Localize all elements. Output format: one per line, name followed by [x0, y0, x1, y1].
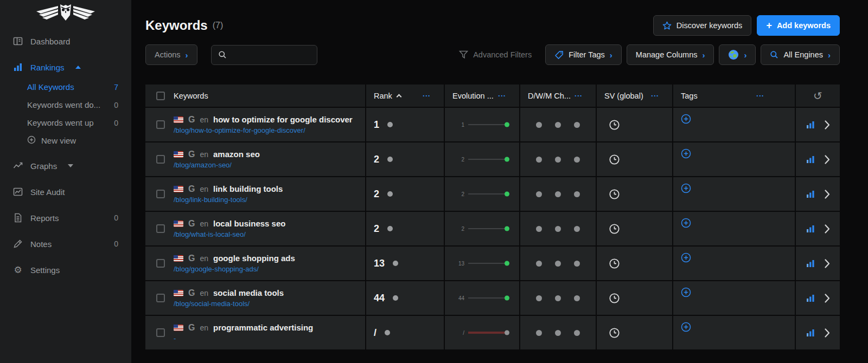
evolution-cell[interactable]: 2 [444, 142, 519, 176]
row-expand-chevron-icon[interactable] [825, 155, 830, 164]
rank-dot-icon [387, 191, 393, 197]
row-expand-chevron-icon[interactable] [825, 224, 830, 234]
table-row[interactable]: G en amazon seo /blog/amazon-seo/ 2 2 [145, 142, 840, 176]
evolution-cell[interactable]: 2 [444, 212, 519, 245]
row-checkbox[interactable] [156, 259, 165, 268]
column-menu-icon[interactable]: ••• [575, 93, 583, 98]
table-row[interactable]: G en google shopping ads /blog/google-sh… [145, 247, 840, 280]
sidebar-item-keywords-went-down[interactable]: Keywords went do... 0 [0, 96, 131, 114]
sidebar-item-graphs[interactable]: Graphs [0, 156, 131, 176]
search-box[interactable] [211, 45, 317, 65]
search-input[interactable] [232, 50, 310, 59]
actions-button[interactable]: Actions › [145, 44, 197, 65]
evolution-cell[interactable]: / [444, 316, 519, 349]
location-selector-button[interactable]: › [719, 44, 756, 65]
column-header-evolution[interactable]: Evolution ... ••• [444, 85, 519, 107]
row-expand-chevron-icon[interactable] [825, 190, 830, 199]
keyword-chart-icon[interactable] [806, 120, 815, 129]
manage-columns-button[interactable]: Manage Columns › [627, 44, 714, 65]
all-engines-button[interactable]: All Engines › [761, 44, 840, 65]
add-tag-icon[interactable] [681, 287, 691, 297]
row-checkbox[interactable] [156, 328, 165, 337]
evolution-cell[interactable]: 44 [444, 281, 519, 315]
discover-keywords-button[interactable]: Discover keywords [653, 15, 752, 36]
add-tag-icon[interactable] [681, 114, 691, 124]
keyword-chart-icon[interactable] [806, 294, 815, 302]
sidebar-item-notes[interactable]: Notes 0 [0, 234, 131, 254]
select-all-checkbox[interactable] [156, 92, 165, 100]
table-row[interactable]: G en link building tools /blog/link-buil… [145, 177, 840, 211]
row-checkbox[interactable] [156, 224, 165, 233]
filter-tags-button[interactable]: Filter Tags › [545, 44, 622, 65]
add-tag-icon[interactable] [681, 148, 691, 159]
sidebar-item-settings[interactable]: ⚙ Settings [0, 260, 131, 280]
evolution-cell[interactable]: 2 [444, 177, 519, 211]
column-header-tags[interactable]: Tags ••• [672, 85, 795, 107]
row-checkbox[interactable] [156, 294, 165, 302]
sidebar-item-rankings[interactable]: Rankings [0, 57, 131, 77]
keyword-label[interactable]: how to optimize for google discover [213, 115, 353, 124]
column-menu-icon[interactable]: ••• [757, 93, 764, 98]
table-row[interactable]: G en programmatic advertising - / / [145, 316, 840, 349]
column-header-rank[interactable]: Rank ••• [365, 85, 444, 107]
keyword-url-link[interactable]: /blog/how-to-optimize-for-google-discove… [174, 126, 353, 134]
column-header-sv-global[interactable]: SV (global) ••• [596, 85, 672, 107]
evolution-cell[interactable]: 1 [444, 108, 519, 141]
column-menu-icon[interactable]: ••• [652, 93, 659, 98]
rank-cell: 2 [365, 177, 444, 211]
keyword-label[interactable]: local business seo [213, 219, 285, 228]
add-tag-icon[interactable] [681, 252, 691, 263]
advanced-filters-button[interactable]: Advanced Filters [459, 50, 532, 59]
row-expand-chevron-icon[interactable] [825, 120, 830, 129]
keyword-url-link[interactable]: /blog/what-is-local-seo/ [174, 230, 285, 238]
add-tag-icon[interactable] [681, 218, 691, 228]
keyword-chart-icon[interactable] [806, 155, 815, 164]
keyword-label[interactable]: google shopping ads [213, 254, 295, 263]
refresh-history-icon[interactable]: ↺ [813, 89, 822, 102]
row-checkbox[interactable] [156, 155, 165, 164]
keyword-url-link[interactable]: /blog/link-building-tools/ [174, 196, 283, 204]
keyword-label[interactable]: social media tools [213, 288, 284, 297]
add-tag-icon[interactable] [681, 183, 691, 193]
globe-icon [728, 49, 739, 60]
sparkline-track [468, 193, 508, 195]
keyword-url-link[interactable]: /blog/social-media-tools/ [174, 300, 284, 308]
table-row[interactable]: G en social media tools /blog/social-med… [145, 281, 840, 315]
keyword-label[interactable]: amazon seo [213, 150, 260, 159]
keyword-chart-icon[interactable] [806, 328, 815, 337]
app-logo[interactable] [0, 0, 131, 31]
row-expand-chevron-icon[interactable] [825, 328, 830, 338]
column-menu-icon[interactable]: ••• [499, 93, 506, 98]
sidebar-item-keywords-went-up[interactable]: Keywords went up 0 [0, 114, 131, 132]
table-row[interactable]: G en how to optimize for google discover… [145, 108, 840, 141]
keyword-label[interactable]: link building tools [213, 184, 283, 193]
column-header-refresh[interactable]: ↺ [795, 85, 840, 107]
keyword-url-link[interactable]: /blog/google-shopping-ads/ [174, 265, 295, 273]
row-expand-chevron-icon[interactable] [825, 294, 830, 303]
row-checkbox[interactable] [156, 190, 165, 198]
column-header-dwm-change[interactable]: D/W/M Ch... ••• [519, 85, 596, 107]
column-menu-icon[interactable]: ••• [423, 93, 431, 98]
sidebar-item-new-view[interactable]: New view [0, 132, 131, 150]
sidebar-item-reports[interactable]: Reports 0 [0, 208, 131, 228]
keyword-chart-icon[interactable] [806, 190, 815, 198]
column-header-keywords[interactable]: Keywords [145, 85, 365, 107]
row-actions-cell [795, 212, 840, 245]
sidebar-item-dashboard[interactable]: Dashboard [0, 31, 131, 51]
keyword-url-link[interactable]: - [174, 334, 313, 342]
row-checkbox[interactable] [156, 120, 165, 129]
sidebar-item-all-keywords[interactable]: All Keywords 7 [0, 78, 131, 96]
google-engine-icon: G [188, 115, 195, 124]
keyword-url-link[interactable]: /blog/amazon-seo/ [174, 161, 260, 169]
add-tag-icon[interactable] [681, 322, 691, 332]
keyword-chart-icon[interactable] [806, 224, 815, 233]
dwm-change-cell [519, 316, 596, 349]
evolution-cell[interactable]: 13 [444, 247, 519, 280]
tags-cell [672, 108, 795, 141]
keyword-label[interactable]: programmatic advertising [213, 323, 313, 332]
keyword-chart-icon[interactable] [806, 259, 815, 268]
row-expand-chevron-icon[interactable] [825, 259, 830, 268]
table-row[interactable]: G en local business seo /blog/what-is-lo… [145, 212, 840, 245]
add-keywords-button[interactable]: + Add keywords [757, 15, 840, 36]
sidebar-item-site-audit[interactable]: Site Audit [0, 182, 131, 202]
